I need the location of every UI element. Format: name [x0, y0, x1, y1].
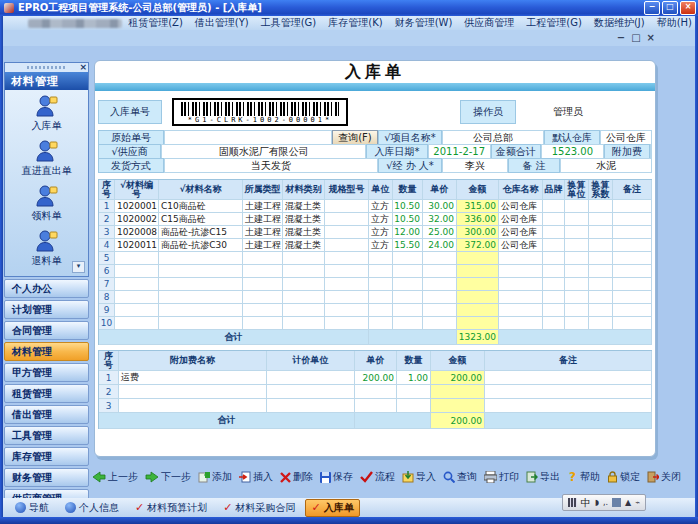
table-cell[interactable]: 10.50: [393, 200, 423, 213]
sidebar-group-材料管理[interactable]: 材料管理: [4, 342, 89, 361]
table-cell[interactable]: [325, 226, 369, 239]
打印-button[interactable]: 打印: [482, 468, 521, 486]
table-cell[interactable]: [267, 399, 355, 413]
table-cell[interactable]: [613, 213, 652, 226]
table-cell[interactable]: [393, 317, 423, 330]
table-cell[interactable]: [423, 304, 457, 317]
上一步-button[interactable]: 上一步: [90, 468, 140, 486]
table-cell[interactable]: C15商品砼: [159, 213, 243, 226]
table-cell[interactable]: [243, 304, 283, 317]
table-cell[interactable]: [115, 317, 159, 330]
table-cell[interactable]: 10: [99, 317, 115, 330]
menu-item[interactable]: 供应商管理: [458, 16, 520, 30]
table-cell[interactable]: 300.00: [457, 226, 499, 239]
table-cell[interactable]: [159, 252, 243, 265]
帮助-button[interactable]: ?帮助: [565, 468, 602, 486]
table-cell[interactable]: 商品砼-抗渗C15: [159, 226, 243, 239]
table-cell[interactable]: [431, 385, 485, 399]
导入-button[interactable]: 导入: [400, 468, 438, 486]
table-cell[interactable]: [159, 265, 243, 278]
table-cell[interactable]: [613, 278, 652, 291]
table-cell[interactable]: 200.00: [431, 371, 485, 385]
table-row[interactable]: 11020001C10商品砼土建工程混凝土类立方10.5030.00315.00…: [99, 200, 652, 213]
table-cell[interactable]: [485, 399, 652, 413]
table-cell[interactable]: [393, 278, 423, 291]
panel-close-icon[interactable]: ×: [79, 63, 87, 72]
table-cell[interactable]: [393, 252, 423, 265]
table-cell[interactable]: 15.50: [393, 239, 423, 252]
table-cell[interactable]: [243, 265, 283, 278]
table-cell[interactable]: [325, 291, 369, 304]
table-cell[interactable]: [589, 200, 613, 213]
table-cell[interactable]: [355, 385, 397, 399]
table-cell[interactable]: [325, 239, 369, 252]
supplier-value[interactable]: 固顺水泥厂有限公司: [161, 144, 366, 159]
table-cell[interactable]: 立方: [369, 213, 393, 226]
remark-value[interactable]: 水泥: [560, 158, 652, 173]
table-cell[interactable]: [283, 278, 325, 291]
table-cell[interactable]: [325, 213, 369, 226]
table-cell[interactable]: [543, 265, 565, 278]
table-cell[interactable]: 2: [99, 385, 119, 399]
关闭-button[interactable]: 关闭: [645, 468, 683, 486]
table-cell[interactable]: [565, 278, 589, 291]
menu-item[interactable]: 工程管理(G): [520, 16, 588, 30]
添加-button[interactable]: 添加: [196, 468, 234, 486]
table-cell[interactable]: 200.00: [355, 371, 397, 385]
table-cell[interactable]: 3: [99, 226, 115, 239]
table-row[interactable]: 6: [99, 265, 652, 278]
table-cell[interactable]: 1: [99, 200, 115, 213]
table-cell[interactable]: [613, 291, 652, 304]
table-cell[interactable]: 372.00: [457, 239, 499, 252]
table-cell[interactable]: 公司仓库: [499, 213, 543, 226]
default-warehouse-value[interactable]: 公司仓库: [600, 130, 652, 145]
table-cell[interactable]: [115, 304, 159, 317]
table-cell[interactable]: 混凝土类: [283, 213, 325, 226]
table-cell[interactable]: 1020008: [115, 226, 159, 239]
table-cell[interactable]: [369, 265, 393, 278]
table-row[interactable]: 7: [99, 278, 652, 291]
sidebar-group-库存管理[interactable]: 库存管理: [4, 447, 89, 466]
menu-item[interactable]: 租赁管理(Z): [122, 16, 189, 30]
table-row[interactable]: 41020011商品砼-抗渗C30土建工程混凝土类立方15.5024.00372…: [99, 239, 652, 252]
sidebar-group-财务管理[interactable]: 财务管理: [4, 468, 89, 487]
table-cell[interactable]: [499, 252, 543, 265]
table-cell[interactable]: [393, 265, 423, 278]
sidebar-group-租赁管理[interactable]: 租赁管理: [4, 384, 89, 403]
sidebar-shortcut[interactable]: 直进直出单: [5, 139, 88, 178]
table-cell[interactable]: [325, 278, 369, 291]
status-item-材料预算计划[interactable]: ✓材料预算计划: [129, 499, 213, 517]
table-cell[interactable]: [325, 252, 369, 265]
table-cell[interactable]: [543, 213, 565, 226]
close-icon[interactable]: ×: [680, 1, 696, 15]
table-cell[interactable]: 336.00: [457, 213, 499, 226]
panel-grip[interactable]: ×: [5, 63, 88, 72]
table-cell[interactable]: 混凝土类: [283, 200, 325, 213]
table-cell[interactable]: 2: [99, 213, 115, 226]
table-row[interactable]: 2: [99, 385, 652, 399]
table-cell[interactable]: [325, 304, 369, 317]
table-cell[interactable]: [543, 278, 565, 291]
table-cell[interactable]: [369, 278, 393, 291]
table-cell[interactable]: [243, 252, 283, 265]
table-cell[interactable]: 公司仓库: [499, 200, 543, 213]
table-cell[interactable]: [423, 252, 457, 265]
table-cell[interactable]: [423, 291, 457, 304]
status-item-入库单[interactable]: ✓入库单: [305, 499, 359, 517]
table-cell[interactable]: [499, 317, 543, 330]
original-no-input[interactable]: [164, 130, 332, 145]
table-cell[interactable]: 1020011: [115, 239, 159, 252]
ime-punct-icon[interactable]: ,.: [603, 498, 608, 507]
table-cell[interactable]: 6: [99, 265, 115, 278]
table-cell[interactable]: 立方: [369, 239, 393, 252]
table-cell[interactable]: [119, 399, 267, 413]
table-cell[interactable]: [589, 291, 613, 304]
table-cell[interactable]: 12.00: [393, 226, 423, 239]
table-cell[interactable]: [613, 226, 652, 239]
table-cell[interactable]: 25.00: [423, 226, 457, 239]
ime-keyboard-icon[interactable]: [568, 498, 577, 507]
table-cell[interactable]: [613, 265, 652, 278]
table-cell[interactable]: [457, 291, 499, 304]
table-cell[interactable]: [325, 200, 369, 213]
table-cell[interactable]: [457, 252, 499, 265]
